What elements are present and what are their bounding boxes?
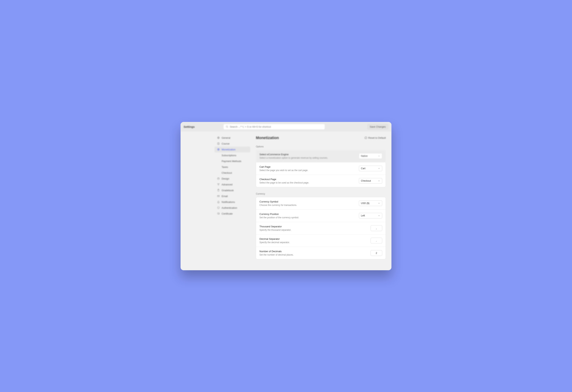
row-title: Checkout Page bbox=[259, 178, 309, 181]
sidebar-item-label: Authentication bbox=[222, 206, 237, 209]
currency-card: Currency Symbol Choose the currency for … bbox=[256, 197, 386, 259]
select-value: Cart bbox=[361, 167, 365, 170]
row-desc: Set the number of decimal places. bbox=[259, 253, 294, 256]
shield-icon bbox=[217, 206, 220, 209]
sidebar-sub-payment-methods[interactable]: Payment Methods bbox=[214, 158, 250, 164]
page-title: Monetization bbox=[256, 136, 279, 140]
sidebar-item-advanced[interactable]: Advanced bbox=[214, 182, 250, 188]
dollar-icon bbox=[217, 148, 220, 151]
row-cart-page: Cart Page Select the page you wish to se… bbox=[256, 162, 386, 175]
options-card: Select eCommerce Engine Select a monetiz… bbox=[256, 150, 386, 187]
save-changes-button[interactable]: Save Changes bbox=[367, 124, 388, 130]
row-title: Cart Page bbox=[259, 165, 308, 168]
sidebar-item-label: Advanced bbox=[222, 183, 233, 186]
sidebar-item-label: Certificate bbox=[222, 212, 233, 215]
chevron-down-icon bbox=[378, 180, 380, 182]
sidebar-item-authentication[interactable]: Authentication bbox=[214, 205, 250, 211]
row-thousand-separator: Thousand Separator Specify the thousand … bbox=[256, 222, 386, 235]
sidebar-item-gradebook[interactable]: Gradebook bbox=[214, 188, 250, 193]
chevron-down-icon bbox=[378, 215, 380, 217]
sidebar-item-design[interactable]: Design bbox=[214, 176, 250, 182]
row-decimal-separator: Decimal Separator Specify the decimal se… bbox=[256, 235, 386, 247]
input-decimal-separator[interactable] bbox=[370, 238, 382, 244]
sidebar-sub-taxes[interactable]: Taxes bbox=[214, 164, 250, 170]
select-value: Left bbox=[361, 214, 365, 217]
search-input[interactable] bbox=[230, 125, 322, 128]
bell-icon bbox=[217, 201, 220, 203]
certificate-icon bbox=[217, 212, 220, 215]
select-checkout-page[interactable]: Checkout bbox=[359, 178, 382, 184]
sidebar-sub-subscriptions[interactable]: Subscriptions bbox=[214, 152, 250, 158]
chevron-down-icon bbox=[378, 155, 380, 157]
sidebar-item-course[interactable]: Course bbox=[214, 141, 250, 147]
svg-line-1 bbox=[227, 127, 228, 128]
settings-window: Settings Save Changes General Course bbox=[181, 122, 391, 270]
row-desc: Choose the currency for transactions. bbox=[259, 204, 297, 206]
row-title: Number of Decimals bbox=[259, 250, 294, 253]
row-title: Decimal Separator bbox=[259, 237, 290, 240]
svg-point-9 bbox=[219, 178, 219, 178]
row-currency-position: Currency Position Set the position of th… bbox=[256, 210, 386, 222]
row-ecommerce-engine: Select eCommerce Engine Select a monetiz… bbox=[256, 150, 386, 162]
page-header: Monetization Reset to Default bbox=[256, 136, 386, 140]
row-desc: Set the position of the currency symbol. bbox=[259, 216, 299, 219]
sidebar-item-label: Monetization bbox=[222, 148, 236, 151]
sidebar-sub-checkout[interactable]: Checkout bbox=[214, 170, 250, 176]
sidebar: General Course Monetization Subscription… bbox=[181, 132, 250, 270]
refresh-icon bbox=[365, 136, 367, 139]
search-box[interactable] bbox=[223, 124, 325, 130]
select-ecommerce-engine[interactable]: Native bbox=[359, 153, 382, 159]
globe-icon bbox=[217, 136, 220, 139]
chevron-down-icon bbox=[378, 167, 380, 170]
sidebar-item-label: Gradebook bbox=[222, 189, 234, 192]
row-title: Currency Symbol bbox=[259, 200, 297, 203]
select-currency-position[interactable]: Left bbox=[359, 213, 382, 219]
select-value: USD ($) bbox=[361, 202, 369, 204]
topbar: Settings Save Changes bbox=[181, 122, 391, 132]
book-icon bbox=[217, 142, 220, 145]
app-title: Settings bbox=[184, 125, 195, 128]
section-label-currency: Currency bbox=[256, 192, 386, 195]
svg-point-0 bbox=[226, 126, 228, 127]
chevron-down-icon bbox=[378, 202, 380, 204]
palette-icon bbox=[217, 177, 220, 180]
row-title: Currency Position bbox=[259, 213, 299, 216]
sidebar-item-email[interactable]: Email bbox=[214, 193, 250, 199]
input-number-of-decimals[interactable] bbox=[370, 250, 382, 256]
reset-label: Reset to Default bbox=[368, 136, 386, 139]
mail-icon bbox=[217, 195, 220, 197]
svg-point-7 bbox=[218, 178, 218, 178]
row-desc: Select a monetization option to generate… bbox=[259, 157, 328, 159]
sidebar-item-label: Email bbox=[222, 195, 228, 198]
select-cart-page[interactable]: Cart bbox=[359, 166, 382, 171]
row-checkout-page: Checkout Page Select the page to be used… bbox=[256, 175, 386, 187]
search-icon bbox=[226, 125, 228, 128]
sidebar-item-label: Course bbox=[222, 142, 230, 145]
select-currency-symbol[interactable]: USD ($) bbox=[359, 200, 382, 206]
main-panel: Monetization Reset to Default Options Se… bbox=[250, 132, 391, 270]
row-desc: Select the page you wish to set as the c… bbox=[259, 169, 308, 172]
reset-to-default-button[interactable]: Reset to Default bbox=[365, 136, 386, 139]
select-value: Native bbox=[361, 155, 367, 157]
svg-point-14 bbox=[219, 214, 219, 214]
select-value: Checkout bbox=[361, 180, 371, 182]
sidebar-item-label: Notifications bbox=[222, 201, 235, 204]
section-label-options: Options bbox=[256, 145, 386, 148]
sidebar-item-certificate[interactable]: Certificate bbox=[214, 211, 250, 217]
svg-rect-13 bbox=[218, 213, 219, 214]
row-title: Select eCommerce Engine bbox=[259, 153, 328, 156]
sidebar-item-label: General bbox=[222, 136, 230, 139]
row-title: Thousand Separator bbox=[259, 225, 291, 228]
input-thousand-separator[interactable] bbox=[370, 225, 382, 231]
clipboard-icon bbox=[217, 189, 220, 192]
row-desc: Specify the decimal separator. bbox=[259, 241, 290, 244]
row-desc: Select the page to be used as the checko… bbox=[259, 181, 309, 184]
row-desc: Specify the thousand separator. bbox=[259, 229, 291, 231]
sidebar-item-general[interactable]: General bbox=[214, 135, 250, 141]
sidebar-item-notifications[interactable]: Notifications bbox=[214, 199, 250, 205]
filter-icon bbox=[217, 183, 220, 186]
sidebar-item-monetization[interactable]: Monetization bbox=[214, 147, 250, 152]
row-currency-symbol: Currency Symbol Choose the currency for … bbox=[256, 197, 386, 210]
sidebar-item-label: Design bbox=[222, 177, 229, 180]
row-number-of-decimals: Number of Decimals Set the number of dec… bbox=[256, 247, 386, 259]
